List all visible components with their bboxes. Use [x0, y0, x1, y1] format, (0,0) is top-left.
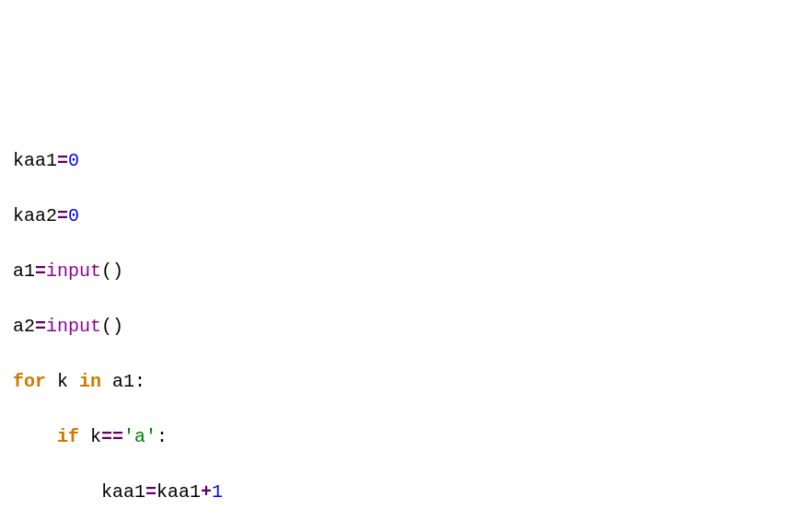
- parens: (): [101, 316, 123, 337]
- colon: :: [156, 426, 168, 447]
- variable: k: [46, 371, 79, 392]
- operator: =: [145, 481, 156, 503]
- operator: =: [35, 260, 46, 282]
- code-line-1: kaa1=0: [13, 147, 775, 175]
- variable: a1:: [101, 371, 145, 392]
- function: input: [46, 260, 101, 282]
- number: 0: [68, 150, 79, 171]
- variable: kaa1: [156, 481, 201, 503]
- code-line-6: if k=='a':: [13, 423, 775, 451]
- code-line-2: kaa2=0: [13, 202, 775, 230]
- parens: (): [101, 260, 123, 282]
- function: input: [46, 316, 101, 337]
- variable: k: [90, 426, 101, 447]
- indent: [13, 481, 101, 503]
- code-line-3: a1=input(): [13, 258, 775, 285]
- code-line-5: for k in a1:: [13, 368, 775, 396]
- operator: =: [57, 150, 68, 171]
- keyword: if: [57, 426, 79, 447]
- code-line-7: kaa1=kaa1+1: [13, 479, 775, 506]
- operator: +: [201, 481, 212, 503]
- variable: kaa1: [13, 150, 57, 171]
- number: 1: [212, 481, 223, 503]
- string: 'a': [123, 426, 156, 447]
- variable: a2: [13, 316, 35, 337]
- operator: =: [35, 316, 46, 337]
- number: 0: [68, 205, 79, 226]
- code-block: kaa1=0 kaa2=0 a1=input() a2=input() for …: [13, 120, 775, 532]
- code-line-4: a2=input(): [13, 313, 775, 341]
- indent: [13, 426, 57, 447]
- variable: kaa2: [13, 205, 57, 226]
- space: [79, 426, 90, 447]
- keyword: for: [13, 371, 46, 392]
- operator: =: [57, 205, 68, 226]
- variable: kaa1: [101, 481, 145, 503]
- variable: a1: [13, 260, 35, 282]
- keyword: in: [79, 371, 101, 392]
- operator: ==: [101, 426, 123, 447]
